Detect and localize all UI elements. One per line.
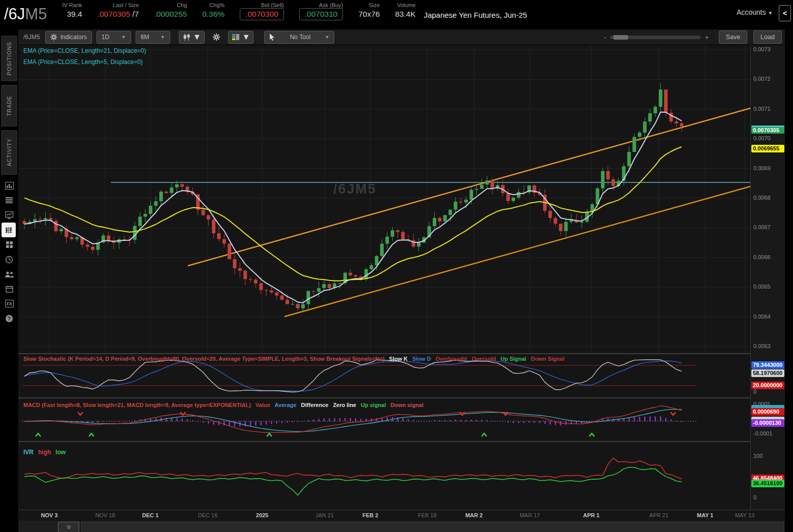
stat-value: .0070300 [240, 10, 284, 20]
sidebar-tab-label: ACTIVITY [6, 138, 12, 166]
chart-canvas-area[interactable]: EMA (Price=CLOSE, Length=21, Displace=0)… [18, 45, 785, 532]
date-tick-label: NOV 18 [95, 512, 115, 518]
timeframe-dropdown[interactable]: 1D▼ [97, 31, 131, 44]
save-button[interactable]: Save [719, 30, 747, 44]
chart-settings-button[interactable] [209, 32, 224, 43]
macd-neg-label: -0.0001 [753, 430, 772, 436]
date-tick-label: APR 21 [649, 512, 669, 518]
price-axis[interactable]: 0.0070305 0.0069655 79.3443000 58.197060… [750, 45, 785, 510]
stat-label: Bid (Sell) [240, 2, 284, 8]
scrollbar-button[interactable] [58, 522, 79, 532]
stat-value: 39.4 [62, 10, 82, 19]
price-tick-label: 0.0064 [753, 314, 771, 320]
chart-scrollbar[interactable] [18, 521, 785, 532]
stat-chg: Chg.0000255 [154, 2, 187, 19]
time-axis[interactable]: NOV 3NOV 18DEC 1DEC 162025JAN 21FEB 2FEB… [18, 510, 785, 521]
stat-size: Size70x76 [358, 2, 379, 19]
zoom-slider[interactable] [610, 36, 701, 39]
date-tick-label: MAY 1 [697, 512, 713, 518]
range-dropdown[interactable]: 6M▼ [136, 31, 170, 44]
chart-frame-icon[interactable] [0, 178, 18, 193]
stoch-oversold-badge: 20.0000000 [751, 382, 784, 389]
stat-label: Last / Size [98, 2, 139, 8]
stat-bid[interactable]: Bid (Sell).0070300 [240, 2, 284, 20]
stat-iv-rank: IV Rank39.4 [62, 2, 82, 19]
price-tick-label: 0.0066 [753, 254, 771, 260]
stat-label: IV Rank [62, 2, 82, 8]
stat-label: Chg [154, 2, 187, 8]
drawing-tool-value: No Tool [290, 34, 310, 41]
date-tick-label: MAR 17 [520, 512, 540, 518]
date-tick-label: NOV 3 [41, 512, 57, 518]
price-tick-label: 0.0067 [753, 224, 771, 230]
calendar-icon[interactable] [0, 281, 18, 296]
zoom-out-button[interactable]: - [604, 34, 606, 41]
price-tick-label: 0.0063 [753, 343, 771, 349]
fx-icon[interactable]: FX [0, 296, 18, 311]
range-value: 6M [141, 34, 149, 41]
date-tick-label: 2025 [256, 512, 268, 518]
sidebar-tab-positions[interactable]: POSITIONS [1, 36, 17, 81]
layout-dropdown[interactable]: ▼ [228, 31, 254, 44]
clock-icon[interactable] [0, 252, 18, 267]
help-icon[interactable]: ? [0, 311, 18, 326]
stoch-k-badge: 58.1970600 [751, 369, 784, 377]
stat-value: 70x76 [358, 10, 379, 19]
date-tick-label: JAN 21 [315, 512, 334, 518]
stat-value: 83.4K [395, 10, 416, 19]
accounts-dropdown[interactable]: Accounts▾ [737, 0, 772, 16]
collapse-panel-button[interactable]: < [779, 5, 791, 21]
zoom-in-button[interactable]: + [705, 34, 709, 41]
symbol-title: /6JM5 [0, 0, 47, 23]
panel-separator[interactable] [18, 397, 785, 398]
price-tick-label: 0.0073 [753, 46, 771, 52]
grid-icon[interactable] [0, 237, 18, 252]
last-price-badge: 0.0070305 [751, 126, 784, 134]
left-sidebar: POSITIONSTRADEACTIVITYFX? [0, 29, 18, 532]
price-chart-canvas[interactable] [18, 45, 750, 510]
ivr-low-badge: 36.4516100 [751, 480, 784, 487]
sidebar-tab-label: POSITIONS [6, 42, 12, 75]
sidebar-tab-activity[interactable]: ACTIVITY [1, 130, 17, 175]
symbol-expiry: M5 [25, 5, 47, 23]
stat-volume: Volume83.4K [395, 2, 416, 19]
stat-label: Chg% [202, 2, 225, 8]
stat-value: .0000255 [154, 10, 187, 19]
sidebar-tab-trade[interactable]: TRADE [1, 85, 17, 127]
stat-last-size: Last / Size.0070305 /7 [98, 2, 139, 19]
indicators-button[interactable]: Indicators [45, 31, 92, 44]
stat-chg-pct: Chg%0.36% [202, 2, 225, 19]
ema-value-badge: 0.0069655 [751, 145, 784, 152]
price-tick-label: 0.0070 [753, 135, 771, 141]
ivr-top-label: 100 [753, 453, 763, 459]
svg-text:?: ? [8, 316, 11, 322]
scrollbar-track[interactable] [81, 522, 784, 532]
instrument-description: Japanese Yen Futures, Jun-25 [424, 0, 527, 19]
chart-type-dropdown[interactable]: ▼ [179, 31, 205, 44]
zoom-slider-handle[interactable] [613, 35, 628, 40]
price-tick-label: 0.0065 [753, 284, 771, 290]
stat-ask[interactable]: Ask (Buy).0070310 [299, 2, 343, 20]
chevron-left-icon: < [783, 9, 787, 17]
active-chart-icon[interactable] [2, 223, 16, 237]
stat-value: .0070310 [299, 10, 343, 20]
panel-separator[interactable] [18, 353, 785, 354]
load-button[interactable]: Load [753, 30, 782, 44]
panel-separator[interactable] [18, 441, 785, 442]
stat-label: Volume [395, 2, 416, 8]
drawing-tool-dropdown[interactable]: No Tool ▼ [264, 31, 334, 44]
toolbar-symbol-label: /6JM5 [23, 34, 40, 41]
quote-header: /6JM5 IV Rank39.4Last / Size.0070305 /7C… [0, 0, 793, 29]
price-tick-label: 0.0071 [753, 106, 771, 112]
timeframe-value: 1D [102, 34, 109, 41]
stoch-d-badge: 79.3443000 [751, 361, 784, 369]
chevron-down-icon: ▾ [769, 10, 772, 16]
monitor-icon[interactable] [0, 208, 18, 223]
chevron-down-icon: ▼ [121, 35, 126, 40]
price-tick-label: 0.0072 [753, 76, 771, 82]
people-icon[interactable] [0, 267, 18, 281]
list-icon[interactable] [0, 193, 18, 208]
indicators-burst-icon [50, 34, 57, 41]
scrollbar-button-icon [67, 525, 71, 529]
indicators-label: Indicators [60, 34, 87, 41]
